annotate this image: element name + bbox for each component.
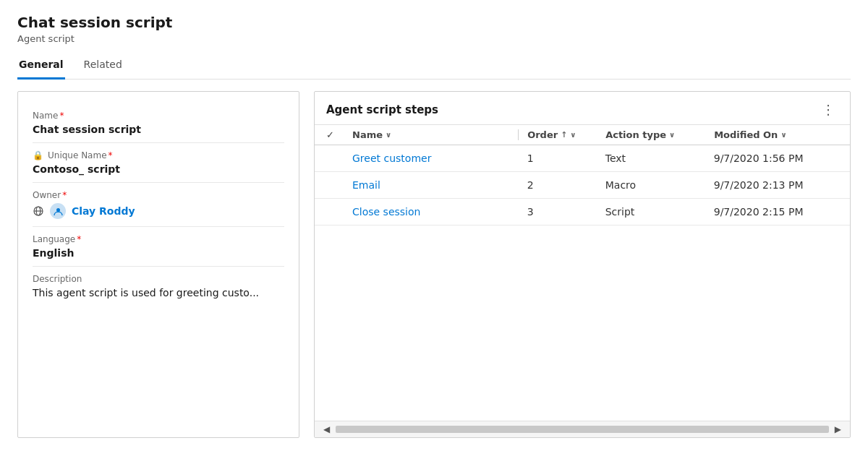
row0-name-link[interactable]: Greet customer: [352, 153, 431, 164]
table-row: Close session 3 Script 9/7/2020 2:15 PM: [315, 199, 850, 226]
row2-order-value: 3: [527, 206, 534, 218]
th-modified-on[interactable]: Modified On ∨: [714, 129, 838, 140]
checkmark-header-icon: ✓: [326, 129, 334, 140]
row0-modified: 9/7/2020 1:56 PM: [714, 153, 838, 164]
main-content: Name* Chat session script 🔒 Unique Name*…: [17, 91, 851, 438]
scroll-right-button[interactable]: ▶: [832, 424, 844, 434]
page-subtitle: Agent script: [17, 33, 851, 44]
th-name[interactable]: Name ∨: [352, 129, 518, 140]
row1-action: Macro: [605, 179, 714, 191]
row1-order-value: 2: [527, 179, 534, 191]
col-order-header: Order ↑ ∨: [519, 129, 605, 140]
page-title: Chat session script: [17, 13, 851, 32]
row0-action: Text: [605, 153, 714, 164]
row2-modified-value: 9/7/2020 2:15 PM: [714, 206, 804, 218]
more-options-button[interactable]: ⋮: [819, 102, 838, 117]
row0-action-value: Text: [605, 153, 626, 164]
col-name-header: Name ∨: [352, 129, 518, 140]
page-wrapper: Chat session script Agent script General…: [0, 0, 868, 451]
col-action-header: Action type ∨: [605, 129, 714, 140]
field-language: Language* English: [33, 227, 284, 267]
col-modified-header: Modified On ∨: [714, 129, 838, 140]
col-check-header: ✓: [326, 129, 352, 140]
svg-point-3: [56, 208, 60, 212]
name-sort-icon: ∨: [386, 131, 391, 139]
row1-modified: 9/7/2020 2:13 PM: [714, 179, 838, 191]
row1-action-value: Macro: [605, 179, 636, 191]
field-value-language: English: [33, 247, 284, 259]
row1-order: 2: [519, 179, 605, 191]
action-sort-icon: ∨: [669, 131, 675, 139]
table-container: ✓ Name ∨ Order ↑ ∨: [315, 125, 850, 437]
tab-related[interactable]: Related: [82, 53, 124, 80]
field-value-description: This agent script is used for greeting c…: [33, 287, 284, 298]
row2-name: Close session: [352, 206, 519, 218]
order-sort-up-icon: ↑: [561, 130, 567, 139]
row0-order-value: 1: [527, 153, 534, 164]
tab-general[interactable]: General: [17, 53, 65, 80]
owner-name[interactable]: Clay Roddy: [72, 205, 135, 217]
scroll-left-button[interactable]: ◀: [320, 424, 333, 434]
row0-modified-value: 9/7/2020 1:56 PM: [714, 153, 804, 164]
table-row: Email 2 Macro 9/7/2020 2:13 PM: [315, 172, 850, 199]
row2-name-link[interactable]: Close session: [352, 206, 420, 218]
field-label-description: Description: [33, 274, 284, 284]
field-label-name: Name*: [33, 111, 284, 121]
field-label-owner: Owner*: [33, 190, 284, 200]
lock-icon: 🔒: [33, 150, 43, 160]
row0-name: Greet customer: [352, 153, 519, 164]
row0-order: 1: [519, 153, 605, 164]
table-header: ✓ Name ∨ Order ↑ ∨: [315, 125, 850, 145]
field-label-language: Language*: [33, 234, 284, 244]
modified-sort-icon: ∨: [780, 131, 786, 139]
field-value-name: Chat session script: [33, 124, 284, 135]
field-unique-name: 🔒 Unique Name* Contoso_ script: [33, 143, 284, 183]
field-label-unique-name: 🔒 Unique Name*: [33, 150, 284, 160]
row1-name: Email: [352, 179, 519, 191]
field-value-unique-name: Contoso_ script: [33, 163, 284, 175]
row2-modified: 9/7/2020 2:15 PM: [714, 206, 838, 218]
left-panel: Name* Chat session script 🔒 Unique Name*…: [17, 91, 299, 438]
right-panel: Agent script steps ⋮ ✓ Name ∨: [314, 91, 851, 438]
person-icon: [50, 203, 66, 219]
scroll-track[interactable]: [336, 426, 829, 433]
tabs-container: General Related: [17, 53, 851, 80]
row1-name-link[interactable]: Email: [352, 179, 380, 191]
page-header: Chat session script Agent script: [17, 13, 851, 44]
owner-row: Clay Roddy: [33, 203, 284, 219]
field-description: Description This agent script is used fo…: [33, 267, 284, 306]
order-sort-down-icon: ∨: [570, 131, 576, 139]
table-row: Greet customer 1 Text 9/7/2020 1:56 PM: [315, 145, 850, 172]
row2-order: 3: [519, 206, 605, 218]
table-body: Greet customer 1 Text 9/7/2020 1:56 PM: [315, 145, 850, 421]
th-action-type[interactable]: Action type ∨: [605, 129, 714, 140]
globe-icon: [33, 205, 44, 217]
right-panel-header: Agent script steps ⋮: [315, 92, 850, 125]
th-order[interactable]: Order ↑ ∨: [519, 129, 605, 140]
row2-action: Script: [605, 206, 714, 218]
row2-action-value: Script: [605, 206, 635, 218]
field-owner: Owner*: [33, 183, 284, 227]
horizontal-scrollbar: ◀ ▶: [315, 421, 850, 437]
row1-modified-value: 9/7/2020 2:13 PM: [714, 179, 804, 191]
agent-script-steps-title: Agent script steps: [326, 103, 438, 116]
field-name: Name* Chat session script: [33, 103, 284, 143]
